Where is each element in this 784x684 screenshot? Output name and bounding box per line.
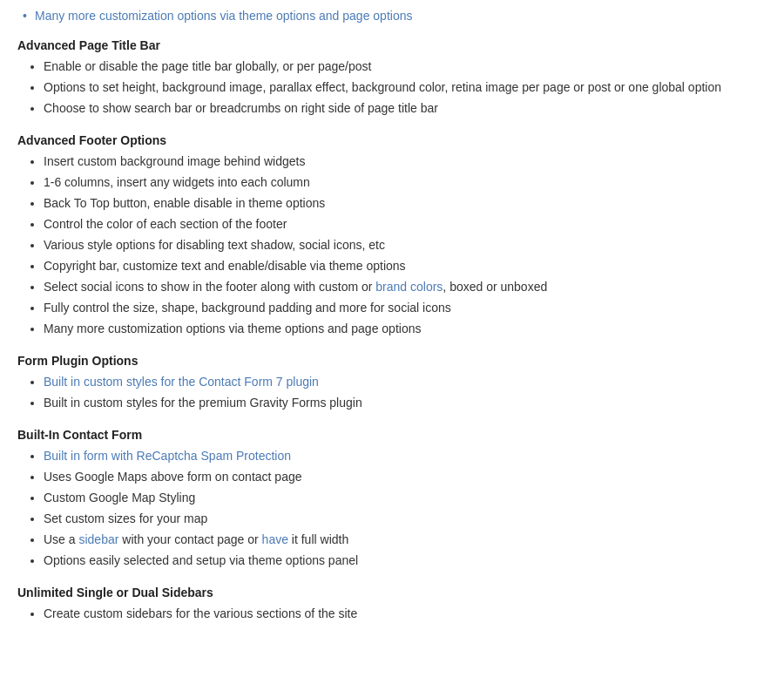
list-item: Fully control the size, shape, backgroun… xyxy=(44,299,767,317)
section-form-plugin-options: Form Plugin OptionsBuilt in custom style… xyxy=(17,354,767,412)
plain-text: Select social icons to show in the foote… xyxy=(44,280,375,294)
section-built-in-contact-form: Built-In Contact FormBuilt in form with … xyxy=(17,428,767,570)
list-item: Built in custom styles for the Contact F… xyxy=(44,373,767,391)
link-text[interactable]: brand colors xyxy=(375,280,443,294)
section-advanced-page-title-bar: Advanced Page Title BarEnable or disable… xyxy=(17,38,767,118)
list-item: Create custom sidebars for the various s… xyxy=(44,605,767,623)
list-item: Control the color of each section of the… xyxy=(44,215,767,234)
list-item: Enable or disable the page title bar glo… xyxy=(44,58,767,76)
plain-text: with your contact page or xyxy=(118,532,261,546)
list-item: 1-6 columns, insert any widgets into eac… xyxy=(44,173,767,192)
section-title-form-plugin-options: Form Plugin Options xyxy=(17,354,767,368)
intro-item: Many more customization options via them… xyxy=(17,9,767,23)
list-item: Use a sidebar with your contact page or … xyxy=(44,531,767,549)
list-item: Options to set height, background image,… xyxy=(44,78,767,97)
list-item: Built in custom styles for the premium G… xyxy=(44,394,767,412)
sections-container: Advanced Page Title BarEnable or disable… xyxy=(17,38,767,623)
section-list-unlimited-sidebars: Create custom sidebars for the various s… xyxy=(17,605,767,623)
list-item: Select social icons to show in the foote… xyxy=(44,278,767,296)
section-unlimited-sidebars: Unlimited Single or Dual SidebarsCreate … xyxy=(17,586,767,623)
list-item: Insert custom background image behind wi… xyxy=(44,152,767,171)
section-title-advanced-page-title-bar: Advanced Page Title Bar xyxy=(17,38,767,52)
list-item: Back To Top button, enable disable in th… xyxy=(44,194,767,213)
link-text[interactable]: have xyxy=(262,532,288,546)
section-list-advanced-footer-options: Insert custom background image behind wi… xyxy=(17,152,767,338)
list-item: Uses Google Maps above form on contact p… xyxy=(44,468,767,486)
list-item: Options easily selected and setup via th… xyxy=(44,552,767,570)
plain-text: Use a xyxy=(44,532,78,546)
section-title-advanced-footer-options: Advanced Footer Options xyxy=(17,133,767,147)
section-list-form-plugin-options: Built in custom styles for the Contact F… xyxy=(17,373,767,412)
plain-text: , boxed or unboxed xyxy=(443,280,547,294)
section-title-unlimited-sidebars: Unlimited Single or Dual Sidebars xyxy=(17,586,767,599)
list-item: Set custom sizes for your map xyxy=(44,510,767,528)
section-list-built-in-contact-form: Built in form with ReCaptcha Spam Protec… xyxy=(17,447,767,570)
section-title-built-in-contact-form: Built-In Contact Form xyxy=(17,428,767,442)
intro-text: Many more customization options via them… xyxy=(35,9,412,23)
list-item: Various style options for disabling text… xyxy=(44,236,767,254)
list-item: Custom Google Map Styling xyxy=(44,489,767,507)
list-item: Built in form with ReCaptcha Spam Protec… xyxy=(44,447,767,465)
list-item: Copyright bar, customize text and enable… xyxy=(44,257,767,275)
intro-section: Many more customization options via them… xyxy=(17,9,767,23)
list-item: Many more customization options via them… xyxy=(44,320,767,338)
section-list-advanced-page-title-bar: Enable or disable the page title bar glo… xyxy=(17,58,767,118)
plain-text: it full width xyxy=(288,532,348,546)
link-text[interactable]: Built in custom styles for the Contact F… xyxy=(44,375,319,389)
section-advanced-footer-options: Advanced Footer OptionsInsert custom bac… xyxy=(17,133,767,338)
link-text[interactable]: Built in form with ReCaptcha Spam Protec… xyxy=(44,449,291,463)
link-text[interactable]: sidebar xyxy=(78,532,118,546)
list-item: Choose to show search bar or breadcrumbs… xyxy=(44,99,767,118)
